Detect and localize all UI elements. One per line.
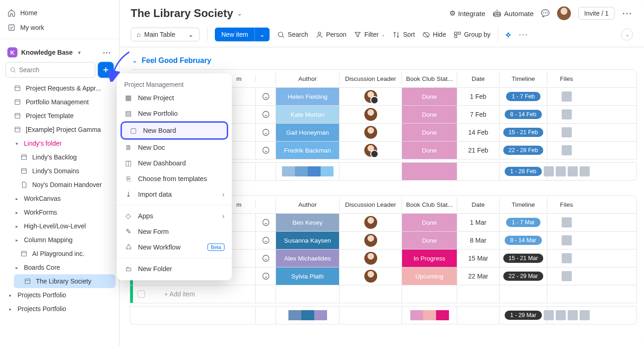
sidebar-search[interactable] [6, 62, 95, 78]
invite-button[interactable]: Invite / 1 [578, 7, 615, 20]
col-date[interactable]: Date [457, 198, 499, 212]
checkbox[interactable] [138, 290, 145, 298]
leader-avatar[interactable] [364, 144, 377, 157]
col-leader[interactable]: Discussion Leader [339, 198, 402, 212]
popup-new-project[interactable]: ▦New Project [117, 90, 232, 106]
chat-icon[interactable] [255, 214, 276, 231]
leader-avatar[interactable] [364, 252, 377, 265]
col-author[interactable]: Author [276, 198, 339, 212]
author-cell[interactable]: Alex Michaelides [276, 250, 339, 267]
date-cell[interactable]: 8 Mar [457, 232, 499, 249]
col-leader[interactable]: Discussion Leader [339, 72, 402, 86]
timeline-pill[interactable]: 22 - 28 Feb [503, 146, 544, 155]
leader-avatar[interactable] [364, 126, 377, 139]
board-menu-icon[interactable]: ⋯ [622, 7, 633, 19]
date-cell[interactable]: 14 Feb [457, 124, 499, 141]
col-status[interactable]: Book Club Stat... [402, 198, 457, 212]
chevron-down-icon[interactable]: ⌄ [237, 10, 242, 17]
collapse-toggle[interactable]: ⌄ [621, 28, 633, 40]
popup-new-doc[interactable]: 🗎New Doc [117, 140, 232, 155]
author-cell[interactable]: Ben Kesey [276, 214, 339, 231]
col-author[interactable]: Author [276, 72, 339, 86]
popup-new-portfolio[interactable]: ▤New Portfolio [117, 106, 232, 121]
chat-icon[interactable] [255, 250, 276, 267]
sidebar-item[interactable]: Boards Core [0, 261, 119, 274]
sidebar-item[interactable]: Project Requests & Appr... [0, 81, 119, 95]
toolbar-groupby[interactable]: Group by [454, 31, 491, 39]
leader-avatar[interactable] [364, 234, 377, 247]
activity-icon[interactable]: 💬 [541, 9, 550, 17]
author-cell[interactable]: Kate Morton [276, 106, 339, 123]
sidebar-item[interactable]: Column Mapping [0, 233, 119, 247]
nav-mywork[interactable]: My work [0, 20, 119, 35]
toolbar-search[interactable]: Search [277, 31, 308, 39]
view-selector[interactable]: ⌂Main Table ⌄ [131, 28, 200, 41]
timeline-pill[interactable]: 15 - 21 Mar [503, 254, 544, 263]
date-cell[interactable]: 7 Feb [457, 106, 499, 123]
file-thumb[interactable] [562, 127, 572, 137]
nav-home[interactable]: Home [0, 6, 119, 20]
add-item-row[interactable]: + Add item [130, 285, 636, 303]
sidebar-item[interactable]: [Example] Project Gamma [0, 123, 119, 136]
toolbar-hide[interactable]: Hide [422, 31, 446, 39]
popup-new-workflow[interactable]: ♺New WorkflowBeta [117, 239, 232, 255]
file-thumb[interactable] [562, 109, 572, 119]
sidebar-search-input[interactable] [19, 66, 91, 74]
add-button[interactable] [98, 62, 114, 78]
status-cell[interactable]: Upcoming [402, 267, 457, 285]
toolbar-filter[interactable]: Filter⌄ [354, 31, 385, 39]
status-cell[interactable]: Done [402, 232, 457, 249]
sidebar-item[interactable]: High-Level/Low-Level [0, 219, 119, 233]
leader-avatar[interactable] [364, 216, 377, 229]
timeline-pill[interactable]: 1 - 7 Mar [506, 218, 540, 227]
col-files[interactable]: Files [547, 198, 586, 212]
status-cell[interactable]: In Progress [402, 250, 457, 267]
popup-new-folder[interactable]: 🗀New Folder [117, 261, 232, 277]
file-thumb[interactable] [562, 271, 572, 281]
chat-icon[interactable] [255, 88, 276, 105]
file-thumb[interactable] [562, 91, 572, 102]
sidebar-item[interactable]: Lindy's Backlog [0, 150, 119, 164]
timeline-pill[interactable]: 1 - 7 Feb [506, 92, 540, 101]
timeline-pill[interactable]: 15 - 21 Feb [503, 128, 544, 137]
status-cell[interactable]: Done [402, 106, 457, 123]
file-thumb[interactable] [562, 253, 572, 263]
chat-icon[interactable] [255, 232, 276, 249]
sidebar-item[interactable]: WorkForms [0, 205, 119, 219]
date-cell[interactable]: 1 Feb [457, 88, 499, 105]
sidebar-item[interactable]: Portfolio Management [0, 95, 119, 109]
timeline-pill[interactable]: 22 - 29 Mar [503, 272, 544, 281]
popup-new-form[interactable]: ✎New Form [117, 224, 232, 239]
popup-new-board[interactable]: ▢New Board [121, 121, 228, 140]
sidebar-folder[interactable]: Lindy's folder [0, 136, 119, 150]
file-thumb[interactable] [562, 235, 572, 245]
toolbar-person[interactable]: Person [316, 31, 346, 39]
col-status[interactable]: Book Club Stat... [402, 72, 457, 86]
status-cell[interactable]: Done [402, 124, 457, 141]
leader-avatar[interactable] [364, 108, 377, 121]
toolbar-menu-icon[interactable]: ⋯ [518, 29, 529, 40]
ai-icon[interactable]: ⟡ [506, 30, 511, 40]
date-cell[interactable]: 22 Mar [457, 267, 499, 285]
leader-avatar[interactable] [364, 270, 377, 283]
popup-import[interactable]: ⤓Import data› [117, 187, 232, 202]
author-cell[interactable]: Helen Fielding [276, 88, 339, 105]
date-cell[interactable]: 1 Mar [457, 214, 499, 231]
sidebar-root[interactable]: Projects Portfolio [0, 288, 119, 302]
timeline-pill[interactable]: 8 - 14 Feb [505, 110, 542, 119]
date-cell[interactable]: 21 Feb [457, 142, 499, 159]
group-header-1[interactable]: ⌄ Feel Good February [130, 54, 637, 69]
sidebar-item[interactable]: Lindy's Domains [0, 164, 119, 178]
col-files[interactable]: Files [547, 72, 586, 86]
col-date[interactable]: Date [457, 72, 499, 86]
automate-button[interactable]: 🤖Automate [493, 9, 534, 17]
chat-icon[interactable] [255, 124, 276, 141]
col-timeline[interactable]: Timeline [499, 72, 547, 86]
chat-icon[interactable] [255, 142, 276, 159]
sidebar-item-active[interactable]: The Library Society [14, 274, 115, 288]
status-cell[interactable]: Done [402, 214, 457, 231]
status-cell[interactable]: Done [402, 142, 457, 159]
author-cell[interactable]: Gail Honeyman [276, 124, 339, 141]
popup-apps[interactable]: ◇Apps› [117, 208, 232, 224]
chat-icon[interactable] [255, 106, 276, 123]
